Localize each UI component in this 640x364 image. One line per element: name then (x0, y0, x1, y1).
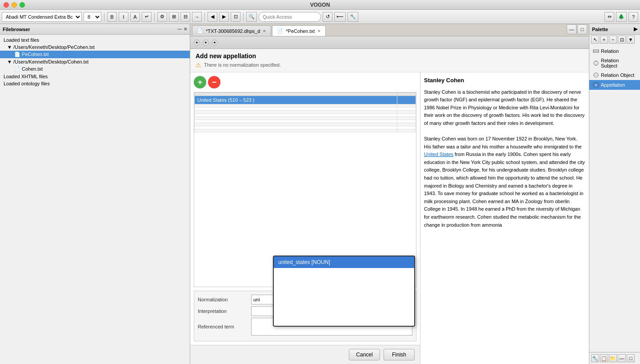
layout-button[interactable]: ⊟ (180, 12, 190, 22)
tab-close-txt[interactable]: ✕ (263, 29, 266, 33)
table-row-empty-1 (195, 104, 416, 108)
dialog-min-btn[interactable]: ● (203, 40, 209, 46)
table-row-empty-9 (195, 129, 416, 132)
settings-button[interactable]: ⚙ (157, 12, 167, 22)
table-row[interactable]: United States (510 – 523 ) (195, 96, 416, 104)
title-bar: VOGON (0, 0, 640, 10)
palette-item-relation-subject[interactable]: Relation Subject (589, 56, 640, 70)
cancel-button[interactable]: Cancel (349, 349, 380, 360)
file-label-pecohen: PeCohen.txt (22, 52, 49, 57)
palette-title: Palette (592, 27, 608, 32)
palette-item-relation[interactable]: Relation (589, 46, 640, 56)
tab-window-controls: — □ (567, 24, 587, 34)
window-controls (4, 2, 25, 8)
text-panel-body: Stanley Cohen is a biochemist who partic… (424, 88, 585, 229)
palette-tool-4[interactable]: — (618, 354, 626, 362)
filebrowser-title: Filebrowser (3, 27, 30, 32)
nav-prev-button[interactable]: ◀ (208, 12, 217, 22)
table-row-empty-5 (195, 117, 416, 120)
tree-item-cohen-folder[interactable]: ▼ /Users/Kenneth/Desktop/Cohen.txt (0, 58, 190, 65)
filebrowser-minimize[interactable]: — (177, 27, 182, 32)
file-label-cohen: Cohen.txt (22, 66, 43, 72)
finish-button[interactable]: Finish (384, 349, 415, 360)
palette-item-appellation[interactable]: A Appellation (589, 80, 640, 90)
text-panel: Stanley Cohen Stanley Cohen is a biochem… (420, 72, 589, 364)
dialog-header: Add new appellation ⚠ There is no normal… (190, 49, 589, 72)
table-row-empty-8 (195, 126, 416, 129)
table-cell-value (397, 96, 416, 104)
autocomplete-dropdown: united_states [NOUN] (273, 256, 415, 327)
tree-section-loaded-xhtml: Loaded XHTML files (0, 73, 190, 80)
dialog-close-btn[interactable]: ● (194, 40, 200, 46)
palette-tool-2[interactable]: 📋 (600, 354, 608, 362)
maximize-button[interactable] (20, 2, 25, 8)
file-icon: 📄 (14, 52, 22, 57)
tab-close-pecohen[interactable]: ✕ (317, 29, 321, 33)
tree-section-loaded-ontology: Loaded ontology files (0, 80, 190, 87)
text-link-united-states[interactable]: United States (424, 152, 453, 157)
zoom-cursor-btn[interactable]: ↖ (591, 36, 599, 44)
zoom-out-btn[interactable]: − (609, 36, 617, 44)
format-button[interactable]: ↵ (142, 12, 152, 22)
tab-maximize-btn[interactable]: □ (577, 24, 587, 34)
refresh-button[interactable]: ↺ (323, 12, 332, 22)
palette-tool-1[interactable]: 🔧 (591, 354, 599, 362)
grid-button[interactable]: ⊞ (169, 12, 179, 22)
font-size-select[interactable]: 8 (84, 12, 101, 22)
help-button[interactable]: ? (628, 12, 638, 22)
italic-button[interactable]: I (119, 12, 128, 22)
appellation-icon: A (593, 82, 599, 88)
palette-item-relation-object[interactable]: Relation Object (589, 70, 640, 80)
remove-row-button[interactable]: − (208, 76, 220, 88)
tab-pecohen[interactable]: 📄 *PeCohen.txt ✕ (272, 25, 326, 36)
zoom-in-btn[interactable]: + (600, 36, 608, 44)
minimize-button[interactable] (12, 2, 17, 8)
palette-tool-3[interactable]: 📁 (609, 354, 617, 362)
zoom-fit-btn[interactable]: ⊡ (618, 36, 626, 44)
filebrowser-close[interactable]: ✕ (184, 27, 187, 32)
col-header-1 (195, 93, 397, 96)
table-row-empty-3 (195, 111, 416, 114)
tree-button[interactable]: 🌲 (616, 12, 627, 22)
close-button[interactable] (4, 2, 9, 8)
filebrowser-controls: — ✕ (177, 27, 187, 32)
dialog-toolbar: + − (194, 76, 416, 88)
toolbar-sep-2 (154, 12, 155, 21)
app-title: VOGON (310, 2, 330, 8)
warning-message: ⚠ There is no normalization specified. (196, 61, 584, 68)
nav-button[interactable]: ⟵ (334, 12, 346, 22)
tab-minimize-btn[interactable]: — (567, 24, 576, 34)
bold-button[interactable]: B (107, 12, 117, 22)
tab-txt-file[interactable]: 📄 *TXT-300685692.dhps_d ✕ (192, 25, 271, 36)
palette-label-relation-object: Relation Object (601, 72, 634, 78)
add-row-button[interactable]: + (194, 76, 206, 88)
nav-next-button[interactable]: ▶ (219, 12, 229, 22)
tab-label-pecohen: *PeCohen.txt (286, 28, 315, 34)
palette-zoom-bar: ↖ + − ⊡ ▼ (589, 35, 640, 44)
table-row-empty-2 (195, 108, 416, 111)
tree-item-pecohen-file[interactable]: 📄 PeCohen.txt (0, 51, 190, 58)
relation-subject-icon (593, 60, 599, 66)
palette-label-relation-subject: Relation Subject (601, 58, 636, 68)
resize-button[interactable]: ⇔ (604, 12, 614, 22)
palette-tool-5[interactable]: □ (627, 354, 635, 362)
text-color-button[interactable]: A (130, 12, 140, 22)
warning-icon: ⚠ (196, 61, 201, 68)
dialog-max-btn[interactable]: ● (212, 40, 218, 46)
search-icon-btn[interactable]: 🔍 (246, 12, 257, 22)
arrow-button[interactable]: → (192, 12, 202, 22)
zoom-menu-btn[interactable]: ▼ (627, 36, 635, 44)
tree-item-cohen-file[interactable]: 📄 Cohen.txt (0, 65, 190, 73)
quick-access-input[interactable] (259, 12, 321, 22)
tools-button[interactable]: 🔧 (348, 12, 358, 22)
normalization-label: Normalization (198, 297, 251, 302)
file-icon-cohen: 📄 (14, 66, 22, 72)
tree-item-pecohen-folder[interactable]: ▼ /Users/Kenneth/Desktop/PeCohen.txt (0, 44, 190, 51)
font-family-select[interactable]: Abadi MT Condensed Extra Bold (2, 12, 82, 22)
palette-expand-icon[interactable]: ▶ (634, 26, 637, 32)
window-layout-button[interactable]: ⊡ (231, 12, 240, 22)
folder-label-cohen: /Users/Kenneth/Desktop/Cohen.txt (13, 59, 88, 64)
filebrowser-header: Filebrowser — ✕ (0, 24, 190, 35)
autocomplete-item-united-states[interactable]: united_states [NOUN] (274, 256, 414, 268)
palette-content: Relation Relation Subject (589, 44, 640, 92)
